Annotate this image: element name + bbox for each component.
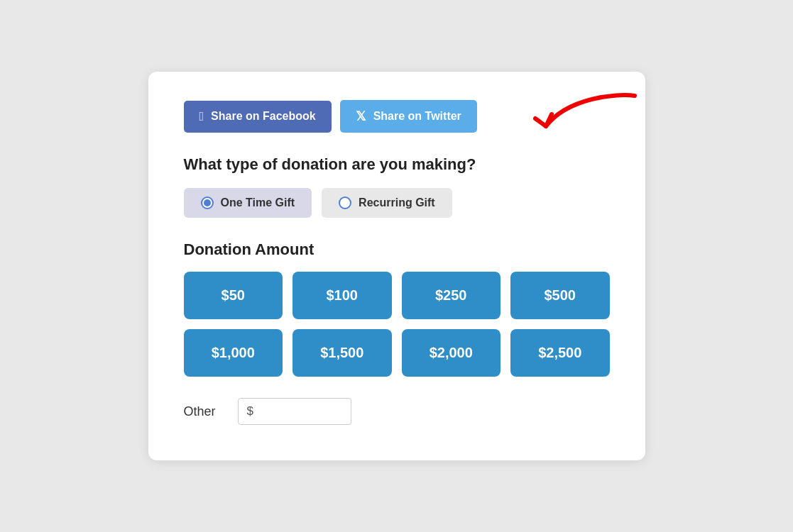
recurring-gift-label: Recurring Gift xyxy=(359,196,435,209)
facebook-share-label: Share on Facebook xyxy=(211,110,316,123)
facebook-icon:  xyxy=(199,109,204,124)
other-amount-input[interactable] xyxy=(256,405,342,418)
donation-question: What type of donation are you making? xyxy=(184,155,610,174)
gift-type-row: One Time Gift Recurring Gift xyxy=(184,188,610,218)
amount-2000[interactable]: $2,000 xyxy=(402,329,501,377)
arrow-annotation xyxy=(525,87,638,151)
amount-1000[interactable]: $1,000 xyxy=(184,329,283,377)
other-input-wrap: $ xyxy=(238,398,351,425)
donation-amount-label: Donation Amount xyxy=(184,240,610,259)
twitter-icon: 𝕏 xyxy=(356,109,366,124)
twitter-share-button[interactable]: 𝕏 Share on Twitter xyxy=(340,100,477,133)
dollar-sign: $ xyxy=(247,404,253,419)
amount-2500[interactable]: $2,500 xyxy=(510,329,610,377)
amount-250[interactable]: $250 xyxy=(402,272,501,319)
twitter-share-label: Share on Twitter xyxy=(373,110,461,123)
one-time-gift-label: One Time Gift xyxy=(221,196,295,209)
recurring-gift-option[interactable]: Recurring Gift xyxy=(322,188,452,218)
donation-card:  Share on Facebook 𝕏 Share on Twitter W… xyxy=(148,72,645,460)
facebook-share-button[interactable]:  Share on Facebook xyxy=(184,101,332,133)
amount-50[interactable]: $50 xyxy=(184,272,283,319)
amount-500[interactable]: $500 xyxy=(510,272,610,319)
amount-grid: $50 $100 $250 $500 $1,000 $1,500 $2,000 … xyxy=(184,272,610,377)
other-label: Other xyxy=(184,404,226,419)
one-time-radio xyxy=(201,196,214,209)
social-buttons-row:  Share on Facebook 𝕏 Share on Twitter xyxy=(184,100,610,133)
amount-1500[interactable]: $1,500 xyxy=(292,329,392,377)
recurring-radio xyxy=(339,196,351,209)
one-time-gift-option[interactable]: One Time Gift xyxy=(184,188,312,218)
amount-100[interactable]: $100 xyxy=(292,272,392,319)
other-amount-row: Other $ xyxy=(184,398,610,425)
